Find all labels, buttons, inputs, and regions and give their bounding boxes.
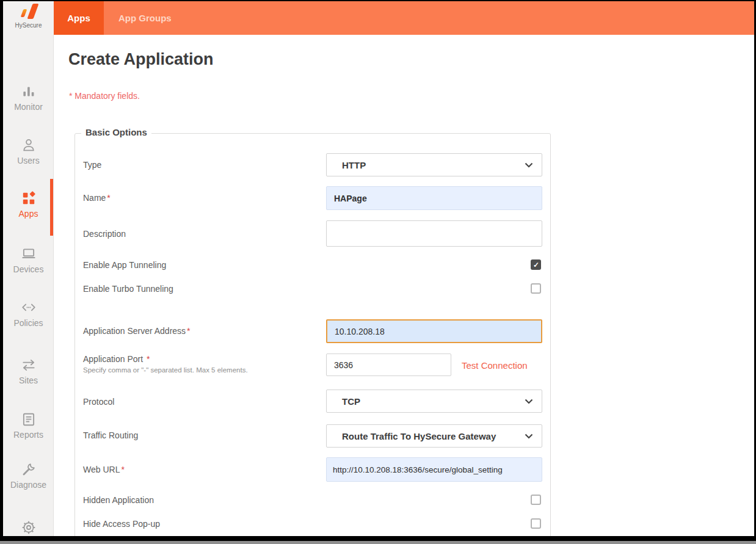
tab-app-groups[interactable]: App Groups [118, 1, 172, 35]
code-brackets-icon [3, 300, 54, 316]
sidebar-item-monitor[interactable]: Monitor [3, 84, 54, 112]
logo-mark-icon [21, 9, 27, 17]
app-port-hint: Specify comma or "-" separated list. Max… [83, 366, 248, 374]
sidebar-item-policies[interactable]: Policies [3, 300, 54, 328]
sidebar-nav: Monitor Users Apps Devices Policies [3, 35, 54, 536]
chevron-down-icon [525, 399, 533, 404]
turbo-tunneling-checkbox[interactable] [531, 283, 541, 294]
name-input[interactable] [326, 186, 542, 210]
description-label: Description [83, 229, 126, 239]
wrench-icon [3, 462, 54, 478]
app-port-label: Application Port * [83, 354, 150, 364]
app-window: HySecure Apps App Groups Monitor Users A… [3, 1, 754, 536]
tab-apps[interactable]: Apps [54, 1, 104, 35]
brand-logo: HySecure [3, 1, 54, 35]
chevron-down-icon [525, 162, 533, 168]
app-tunneling-label: Enable App Tunneling [83, 260, 166, 270]
sidebar-item-diagnose[interactable]: Diagnose [3, 462, 54, 490]
brand-name: HySecure [3, 22, 54, 29]
chevron-down-icon [525, 433, 533, 439]
laptop-icon [3, 246, 54, 263]
sidebar-item-reports[interactable]: Reports [3, 412, 54, 440]
hide-access-popup-label: Hide Access Pop-up [83, 519, 160, 529]
server-address-input[interactable] [326, 319, 542, 343]
app-grid-icon [3, 190, 54, 207]
type-select[interactable]: HTTP [326, 153, 542, 176]
type-label: Type [83, 160, 101, 170]
page-title: Create Application [68, 50, 214, 69]
active-nav-indicator [50, 179, 53, 236]
web-url-label: Web URL* [83, 465, 125, 474]
app-tunneling-checkbox[interactable] [531, 259, 541, 270]
protocol-select[interactable]: TCP [326, 390, 542, 413]
sidebar-item-users[interactable]: Users [3, 137, 54, 165]
top-tab-bar: Apps App Groups [54, 1, 754, 35]
traffic-routing-select[interactable]: Route Traffic To HySecure Gateway [326, 424, 542, 448]
description-input[interactable] [326, 220, 542, 247]
protocol-label: Protocol [83, 397, 114, 407]
test-connection-link[interactable]: Test Connection [462, 360, 528, 371]
user-icon [3, 137, 54, 154]
document-icon [3, 412, 54, 428]
basic-options-section: Basic Options Type HTTP Name* Descriptio… [75, 133, 551, 536]
bar-chart-icon [3, 84, 54, 100]
name-label: Name* [83, 193, 111, 203]
traffic-routing-label: Traffic Routing [83, 430, 138, 440]
server-address-label: Application Server Address* [83, 326, 191, 336]
swap-arrows-icon [3, 357, 54, 374]
main-content: Create Application * Mandatory fields. B… [54, 35, 754, 536]
sidebar-item-devices[interactable]: Devices [3, 246, 54, 274]
section-title: Basic Options [81, 127, 151, 137]
hidden-application-checkbox[interactable] [531, 495, 541, 505]
sidebar-item-settings[interactable]: Settings [3, 520, 54, 536]
hide-access-popup-checkbox[interactable] [531, 518, 541, 529]
logo-mark-icon [27, 4, 38, 19]
mandatory-note: * Mandatory fields. [69, 91, 140, 101]
sidebar-item-apps[interactable]: Apps [3, 190, 54, 219]
window-bottom-strip [0, 541, 756, 544]
turbo-tunneling-label: Enable Turbo Tunneling [83, 284, 173, 294]
gear-icon [3, 520, 54, 536]
app-port-input[interactable] [326, 354, 451, 376]
web-url-input[interactable] [326, 457, 542, 482]
hidden-application-label: Hidden Application [83, 495, 154, 505]
sidebar-item-sites[interactable]: Sites [3, 357, 54, 385]
